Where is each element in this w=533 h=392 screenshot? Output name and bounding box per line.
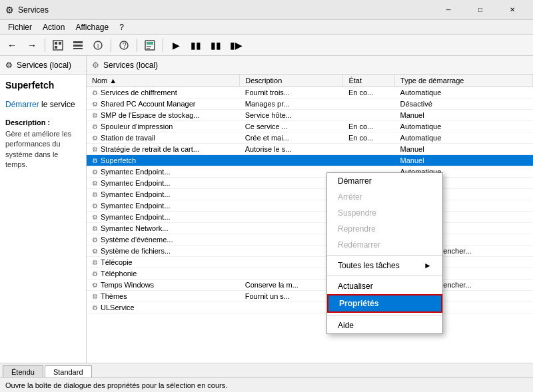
service-icon: ⚙ <box>92 259 98 266</box>
table-row[interactable]: ⚙ThèmesFournit un s...En co...Automatiqu… <box>87 291 533 302</box>
context-menu: DémarrerArrêterSuspendreReprendreRedémar… <box>326 172 443 334</box>
table-row[interactable]: ⚙Spouleur d'impressionCe service ...En c… <box>87 121 533 132</box>
context-menu-separator <box>327 255 442 256</box>
table-row[interactable]: ⚙SuperfetchManuel <box>87 155 533 166</box>
context-menu-item: Redémarrer <box>327 237 442 253</box>
table-row[interactable]: ⚙Symantec Endpoint...Automatique <box>87 166 533 178</box>
right-panel: ⚙ Services (local) Nom ▲ Description Éta… <box>87 56 533 363</box>
table-row[interactable]: ⚙Système d'événeme...Automatique <box>87 234 533 246</box>
service-icon: ⚙ <box>92 214 98 221</box>
menu-action[interactable]: Action <box>37 20 70 35</box>
toolbar-sep-1 <box>45 39 45 52</box>
start-suffix: le service <box>39 100 75 109</box>
svg-text:i: i <box>97 42 99 49</box>
stop-service-button[interactable]: ▮▮ <box>187 37 205 54</box>
start-service-link[interactable]: Démarrer <box>5 100 39 109</box>
context-menu-item[interactable]: Propriétés <box>327 294 442 313</box>
svg-rect-2 <box>59 42 61 45</box>
services-breadcrumb: ⚙ Services (local) <box>87 56 533 75</box>
menu-help[interactable]: ? <box>114 20 129 35</box>
toolbar-btn-3[interactable] <box>49 37 67 54</box>
col-header-type[interactable]: Type de démarrage <box>395 75 533 87</box>
status-text: Ouvre la boîte de dialogue des propriété… <box>5 381 227 389</box>
table-row[interactable]: ⚙Symantec Endpoint...Automatique <box>87 178 533 189</box>
maximize-button[interactable]: □ <box>465 0 496 20</box>
service-icon: ⚙ <box>92 248 98 255</box>
service-icon: ⚙ <box>92 191 98 198</box>
context-menu-item[interactable]: Démarrer <box>327 173 442 189</box>
left-breadcrumb-icon: ⚙ <box>5 61 13 70</box>
col-header-name[interactable]: Nom ▲ <box>87 75 240 87</box>
services-table: Nom ▲ Description État Type de démarrage… <box>87 75 533 313</box>
toolbar-btn-5[interactable]: i <box>89 37 107 54</box>
service-icon: ⚙ <box>92 293 98 300</box>
table-row[interactable]: ⚙Services de chiffrementFournit trois...… <box>87 87 533 98</box>
context-menu-item[interactable]: Aide <box>327 317 442 333</box>
help-toolbar-button[interactable]: ? <box>115 37 133 54</box>
left-content: Superfetch Démarrer le service Descripti… <box>0 75 86 363</box>
col-header-state[interactable]: État <box>343 75 395 87</box>
toolbar: ← → i ? ▶ ▮▮ ▮▮ ▮▶ <box>0 35 533 56</box>
pause-service-button[interactable]: ▮▮ <box>207 37 225 54</box>
table-row[interactable]: ⚙Système de fichiers...Manuel (Déclenche… <box>87 246 533 257</box>
service-icon: ⚙ <box>92 123 98 130</box>
table-row[interactable]: ⚙Temps WindowsConserve la m...Manuel (Dé… <box>87 280 533 291</box>
menu-fichier[interactable]: Fichier <box>3 20 37 35</box>
table-row[interactable]: ⚙SMP de l'Espace de stockag...Service hô… <box>87 110 533 121</box>
col-header-desc[interactable]: Description <box>240 75 343 87</box>
svg-rect-13 <box>147 46 151 47</box>
start-service-button[interactable]: ▶ <box>167 37 185 54</box>
service-icon: ⚙ <box>92 112 98 119</box>
svg-rect-14 <box>147 48 150 49</box>
table-row[interactable]: ⚙Stratégie de retrait de la cart...Autor… <box>87 144 533 155</box>
service-icon: ⚙ <box>92 282 98 289</box>
services-scroll-area[interactable]: Nom ▲ Description État Type de démarrage… <box>87 75 533 363</box>
table-row[interactable]: ⚙Shared PC Account ManagerManages pr...D… <box>87 98 533 110</box>
svg-text:?: ? <box>123 42 127 49</box>
back-button[interactable]: ← <box>3 37 21 54</box>
left-breadcrumb: ⚙ Services (local) <box>0 56 86 75</box>
forward-button[interactable]: → <box>23 37 41 54</box>
window-controls: ─ □ ✕ <box>433 0 528 20</box>
menu-bar: Fichier Action Affichage ? <box>0 20 533 35</box>
service-icon: ⚙ <box>92 180 98 187</box>
service-icon: ⚙ <box>92 134 98 142</box>
service-icon: ⚙ <box>92 157 98 164</box>
context-menu-item[interactable]: Toutes les tâches► <box>327 258 442 274</box>
service-icon: ⚙ <box>92 202 98 210</box>
main-area: ⚙ Services (local) Superfetch Démarrer l… <box>0 56 533 363</box>
service-icon: ⚙ <box>92 100 98 108</box>
context-menu-item: Suspendre <box>327 205 442 221</box>
minimize-button[interactable]: ─ <box>433 0 464 20</box>
table-row[interactable]: ⚙Symantec Endpoint...Automatique <box>87 200 533 212</box>
context-menu-item[interactable]: Actualiser <box>327 278 442 294</box>
svg-rect-6 <box>73 48 83 49</box>
resume-service-button[interactable]: ▮▶ <box>227 37 245 54</box>
context-menu-separator <box>327 276 442 276</box>
table-row[interactable]: ⚙ULServiceEn co...Automatique <box>87 302 533 313</box>
menu-affichage[interactable]: Affichage <box>70 20 114 35</box>
table-row[interactable]: ⚙TélécopieManuel <box>87 257 533 268</box>
table-row[interactable]: ⚙Symantec Endpoint...Désactivé <box>87 212 533 223</box>
services-breadcrumb-icon: ⚙ <box>92 61 99 70</box>
table-container: Nom ▲ Description État Type de démarrage… <box>87 75 533 363</box>
toolbar-sep-2 <box>111 39 111 52</box>
svg-rect-12 <box>147 42 153 45</box>
toolbar-btn-7[interactable] <box>141 37 159 54</box>
table-row[interactable]: ⚙Station de travailCrée et mai...En co..… <box>87 132 533 144</box>
toolbar-btn-4[interactable] <box>69 37 87 54</box>
window-title: Services <box>18 5 433 15</box>
toolbar-sep-3 <box>137 39 137 52</box>
close-button[interactable]: ✕ <box>497 0 528 20</box>
description-label: Description : <box>5 118 81 126</box>
tab-standard[interactable]: Standard <box>45 365 92 377</box>
tab-etendu[interactable]: Étendu <box>3 365 43 377</box>
table-row[interactable]: ⚙Symantec Endpoint...Automatique <box>87 189 533 200</box>
toolbar-sep-4 <box>163 39 163 52</box>
service-name-heading: Superfetch <box>5 80 81 91</box>
table-row[interactable]: ⚙Symantec Network...Manuel <box>87 223 533 234</box>
context-menu-item: Reprendre <box>327 221 442 237</box>
table-header-row: Nom ▲ Description État Type de démarrage <box>87 75 533 87</box>
table-row[interactable]: ⚙TéléphonieManuel <box>87 268 533 280</box>
svg-rect-5 <box>73 45 83 47</box>
